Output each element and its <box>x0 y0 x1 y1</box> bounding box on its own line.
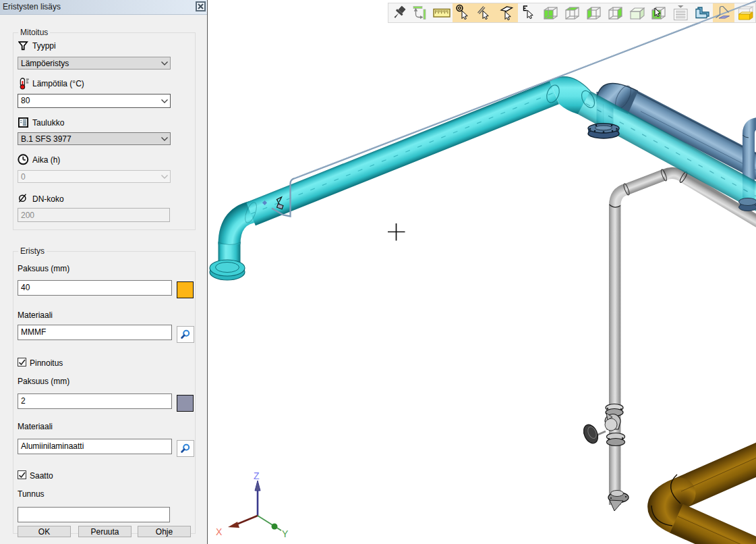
svg-text:Z: Z <box>254 470 260 481</box>
svg-text:Y: Y <box>282 528 289 539</box>
svg-text:X: X <box>216 526 223 537</box>
